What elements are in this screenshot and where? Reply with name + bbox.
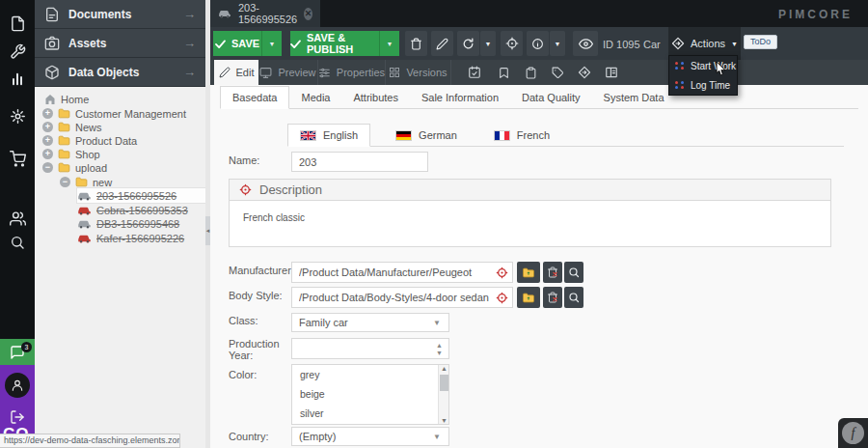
tab-basedata[interactable]: Basedata [220, 86, 289, 109]
search-icon[interactable] [0, 229, 35, 256]
body-style-search-button[interactable] [564, 287, 583, 308]
todo-badge[interactable]: ToDo [744, 35, 777, 49]
rename-button[interactable] [431, 31, 453, 56]
save-publish-button[interactable]: SAVE & PUBLISH [290, 31, 379, 56]
tree-item-label: upload [75, 162, 107, 174]
color-scrollbar[interactable]: ▲ ▼ [438, 365, 448, 424]
users-icon[interactable] [0, 205, 35, 232]
expand-icon[interactable]: + [42, 108, 53, 119]
manufacturer-search-button[interactable] [564, 262, 583, 283]
tools-icon[interactable] [0, 38, 35, 65]
tab-properties[interactable]: Properties [318, 60, 386, 85]
menu-item-start-work[interactable]: Start Work [669, 56, 737, 75]
save-button[interactable]: SAVE [213, 31, 261, 56]
tab-attributes[interactable]: Attributes [341, 87, 409, 108]
bookmark-icon[interactable] [492, 62, 515, 83]
production-year-spinner[interactable]: ▲▼ [291, 338, 449, 359]
body-style-clear-button[interactable] [543, 287, 562, 308]
tab-media[interactable]: Media [289, 87, 341, 108]
workflow-diamond-icon[interactable] [573, 62, 596, 83]
avatar[interactable] [5, 373, 30, 398]
notes-icon[interactable] [519, 62, 542, 83]
app-logger-icon[interactable] [600, 62, 623, 83]
description-value[interactable]: French classic [230, 201, 830, 235]
tab-data-quality[interactable]: Data Quality [510, 87, 592, 108]
tree-item-cobra[interactable]: Cobra-1566995353 [77, 203, 188, 217]
scroll-down-icon[interactable]: ▼ [439, 417, 449, 424]
tag-icon[interactable] [546, 62, 569, 83]
tab-language-french[interactable]: French [482, 125, 561, 146]
tab-versions[interactable]: Versions [386, 60, 451, 85]
color-option[interactable]: grey [292, 365, 448, 384]
tab-language-english[interactable]: English [287, 124, 370, 147]
tree-item-label: Kafer-1566995226 [96, 233, 184, 244]
tab-title: 203-1566995526 [238, 2, 297, 25]
save-publish-dropdown-button[interactable]: ▼ [379, 31, 399, 56]
manufacturer-input[interactable] [291, 262, 513, 283]
country-select[interactable]: (Empty) ▼ [291, 427, 449, 446]
tree-item-kafer[interactable]: Kafer-1566995226 [77, 231, 184, 245]
color-option[interactable]: beige [292, 384, 448, 404]
color-option[interactable]: silver [292, 404, 448, 423]
file-icon[interactable] [0, 10, 35, 37]
notifications-button[interactable]: 3 [0, 339, 35, 365]
check-icon [290, 40, 301, 48]
scrollbar-thumb[interactable] [440, 375, 448, 391]
tab-label: French [517, 129, 550, 141]
locate-in-tree-button[interactable] [501, 31, 523, 56]
tree-item-203-selected[interactable]: 203-1566995526 [77, 188, 205, 203]
collapse-panel-handle[interactable]: ◂ [205, 216, 210, 245]
tab-edit[interactable]: Edit [214, 60, 258, 85]
flag-de-icon [395, 130, 412, 141]
tree-item-news[interactable]: + News [42, 120, 102, 134]
chevron-down-icon: ▼ [387, 41, 393, 47]
info-dropdown-button[interactable]: ▼ [550, 31, 565, 56]
tree-item-shop[interactable]: + Shop [42, 147, 100, 161]
name-input[interactable] [291, 152, 428, 172]
tree-item-product-data[interactable]: + Product Data [42, 133, 137, 148]
open-document-tab[interactable]: 203-1566995526 ✕ [210, 0, 320, 27]
close-icon[interactable]: ✕ [304, 8, 312, 20]
expand-icon[interactable]: + [42, 149, 53, 159]
manufacturer-clear-button[interactable] [543, 262, 562, 283]
delete-button[interactable] [405, 31, 427, 56]
tree-item-db3[interactable]: DB3-1566995468 [77, 216, 179, 231]
body-style-input[interactable] [291, 287, 513, 308]
collapse-icon[interactable]: − [60, 177, 70, 187]
expand-icon[interactable]: + [42, 135, 53, 146]
feedback-widget[interactable]: f [838, 418, 868, 448]
reports-icon[interactable] [0, 66, 35, 93]
tree-item-customer-management[interactable]: + Customer Management [42, 106, 186, 121]
save-dropdown-button[interactable]: ▼ [261, 31, 282, 56]
manufacturer-open-button[interactable] [517, 262, 540, 283]
accordion-data-objects[interactable]: Data Objects → [35, 58, 205, 87]
body-style-open-button[interactable] [517, 287, 540, 308]
settings-icon[interactable] [0, 102, 35, 129]
scroll-up-icon[interactable]: ▲ [439, 365, 449, 372]
reload-dropdown-button[interactable]: ▼ [480, 31, 496, 56]
info-button[interactable] [527, 31, 549, 56]
tab-sale-information[interactable]: Sale Information [410, 87, 510, 108]
color-multiselect[interactable]: grey beige silver ▲ ▼ [291, 364, 449, 425]
tree-item-home[interactable]: Home [44, 92, 89, 106]
schedule-icon[interactable] [463, 62, 486, 83]
accordion-assets[interactable]: Assets → [35, 29, 205, 58]
tab-preview[interactable]: Preview [258, 60, 318, 85]
panel-splitter[interactable]: ◂ [205, 0, 210, 448]
folder-icon [58, 162, 70, 173]
class-select[interactable]: Family car ▼ [291, 313, 449, 332]
open-preview-button[interactable] [573, 31, 598, 56]
menu-item-log-time[interactable]: Log Time [669, 75, 737, 95]
collapse-icon[interactable]: − [42, 162, 53, 173]
tab-language-german[interactable]: German [384, 125, 469, 146]
tree-item-label: Cobra-1566995353 [96, 205, 188, 216]
expand-icon[interactable]: + [42, 122, 53, 132]
ecommerce-icon[interactable] [0, 145, 35, 172]
tab-system-data[interactable]: System Data [592, 87, 676, 108]
tree-item-upload[interactable]: − upload [42, 160, 107, 175]
data-objects-tree: Home + Customer Management + News + Prod… [35, 87, 205, 448]
tree-item-new[interactable]: − new [60, 175, 112, 189]
accordion-documents[interactable]: Documents → [35, 0, 205, 29]
spinner-arrows[interactable]: ▲▼ [436, 342, 443, 356]
reload-button[interactable] [457, 31, 479, 56]
